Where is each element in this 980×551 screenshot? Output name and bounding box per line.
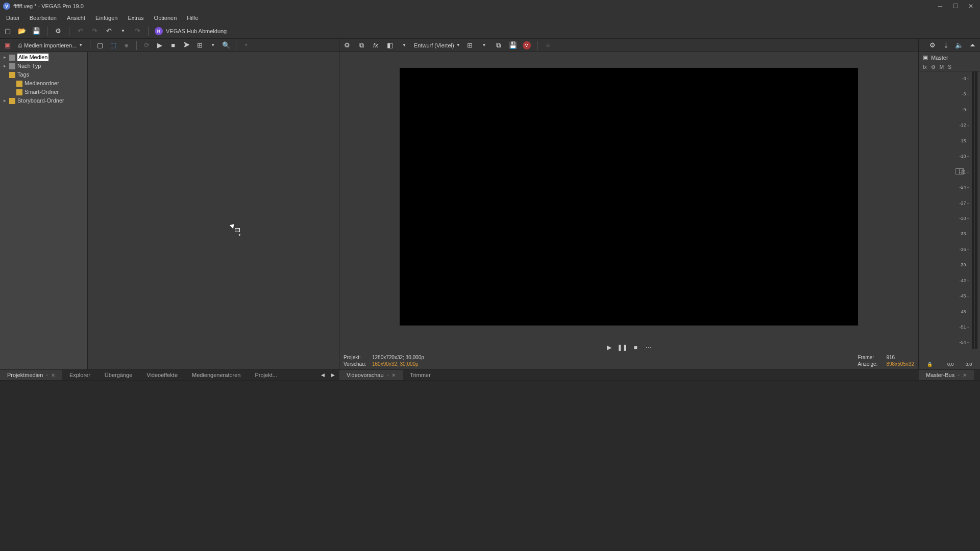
close-tab-icon[interactable]: ✕ [51,372,55,378]
tree-item-tags[interactable]: Tags [0,70,87,79]
preview-props-icon[interactable]: ⚙ [342,41,352,50]
auto-preview-icon[interactable]: ⮞ [182,41,191,50]
vegas-hub-button[interactable]: H VEGAS Hub Abmeldung [155,27,227,35]
tab-projekt-[interactable]: Projekt... [248,370,284,380]
capture-icon[interactable]: ▢ [95,41,105,50]
open-icon[interactable]: 📂 [17,27,27,36]
tree-item-nach-typ[interactable]: ▸Nach Typ [0,62,87,70]
play-media-icon[interactable]: ▶ [155,41,164,50]
tab-videoeffekte[interactable]: Videoeffekte [139,370,185,380]
close-tab-icon[interactable]: ✕ [963,372,967,378]
menu-extras[interactable]: Extras [122,13,149,23]
save-icon[interactable]: 💾 [32,27,41,36]
refresh-icon[interactable]: ⟳ [142,41,151,50]
tree-item-storyboard-ordner[interactable]: ▸Storyboard-Ordner [0,96,87,105]
copy-snapshot-icon[interactable]: ⧉ [494,41,503,50]
video-preview-panel: ⚙ ⧉ fx ◧ ▼ Entwurf (Viertel) ▼ ⊞ ▼ ⧉ 💾 V… [339,39,919,369]
tab--berg-nge[interactable]: Übergänge [97,370,139,380]
menubar: DateiBearbeitenAnsichtEinfügenExtrasOpti… [0,12,980,23]
overlays-icon[interactable]: ⊞ [465,41,475,50]
search-icon[interactable]: 🔍 [222,41,231,50]
tab-master-bus[interactable]: Master-Bus▫✕ [919,370,974,380]
dock-tabs: Projektmedien▫✕ExplorerÜbergängeVideoeff… [0,369,980,551]
menu-bearbeiten[interactable]: Bearbeiten [24,13,62,23]
menu-optionen[interactable]: Optionen [149,13,182,23]
video-scopes-icon[interactable]: V [523,41,531,49]
media-bin-area[interactable]: + [88,52,339,369]
expand-icon[interactable]: ▸ [2,54,7,61]
folder-icon [9,98,15,104]
minimize-button[interactable]: ─ [937,3,943,9]
hub-label: VEGAS Hub Abmeldung [166,28,227,34]
info-projekt-value: 1280x720x32; 30,000p [372,354,424,361]
close-tab-icon[interactable]: ✕ [391,372,396,378]
faders-icon[interactable]: ⏶ [968,41,977,50]
view-dropdown-icon[interactable]: ▼ [208,41,217,50]
tab-label: Projekt... [255,372,277,378]
tab-explorer[interactable]: Explorer [62,370,97,380]
new-project-icon[interactable]: ▢ [3,27,12,36]
info-vorschau-value: 160x90x32; 30,000p [372,361,419,367]
overlays-dropdown-icon[interactable]: ▼ [480,41,489,50]
preview-viewport[interactable] [339,52,918,341]
expand-icon[interactable]: ▸ [2,62,7,70]
preview-play-icon[interactable]: ▶ [605,343,613,352]
save-snapshot-icon[interactable]: 💾 [508,41,518,50]
preview-info: Projekt:1280x720x32; 30,000p Vorschau:16… [339,354,918,369]
preview-more-icon[interactable]: ⋯ [645,343,653,352]
meter-right-value: 0,0 [966,362,972,367]
tree-item-alle-medien[interactable]: ▸Alle Medien [0,53,87,62]
menu-datei[interactable]: Datei [1,13,24,23]
dim-icon[interactable]: 🔈 [954,41,964,50]
preview-pause-icon[interactable]: ❚❚ [618,343,626,352]
undock-icon[interactable]: ▫ [387,372,389,378]
tree-item-smart-ordner[interactable]: Smart-Ordner [0,88,87,96]
tab-scroll-left-icon[interactable]: ◀ [318,370,327,380]
remove-media-icon[interactable]: ▣ [3,41,12,50]
adjust-icon[interactable]: ≡ [544,41,553,50]
tab-scroll-right-icon[interactable]: ▶ [328,370,337,380]
expand-icon[interactable]: ▸ [2,97,7,105]
maximize-button[interactable]: ☐ [952,3,959,9]
menu-ansicht[interactable]: Ansicht [62,13,90,23]
tab-projektmedien[interactable]: Projektmedien▫✕ [0,370,62,380]
tree-label: Storyboard-Ordner [17,97,64,105]
import-media-button[interactable]: ⎙ Medien importieren... ▼ [16,41,85,49]
media-fx-icon[interactable]: ⟐ [122,41,131,50]
split-dropdown-icon[interactable]: ▼ [400,41,409,50]
mixer-settings-icon[interactable]: ⚙ [928,41,937,50]
preview-stop-icon[interactable]: ■ [631,343,640,352]
video-fx-icon[interactable]: fx [371,41,380,50]
preview-quality-dropdown[interactable]: Entwurf (Viertel) ▼ [414,42,460,48]
properties-icon[interactable]: ⚙ [54,27,63,36]
master-fx-button[interactable]: fx [923,64,927,70]
master-s-button[interactable]: S [948,64,951,70]
redo-icon[interactable]: ↷ [133,27,142,36]
split-screen-icon[interactable]: ◧ [385,41,395,50]
get-media-icon[interactable]: ⬚ [109,41,118,50]
lock-icon[interactable]: 🔒 [927,362,936,367]
tree-label: Tags [17,71,29,79]
master-⚙-button[interactable]: ⚙ [931,64,936,70]
menu-hilfe[interactable]: Hilfe [182,13,203,23]
preview-external-icon[interactable]: ⧉ [357,41,366,50]
stop-media-icon[interactable]: ■ [168,41,178,50]
undo-icon[interactable]: ↶ [104,27,113,36]
menu-einfügen[interactable]: Einfügen [90,13,122,23]
tab-videovorschau[interactable]: Videovorschau▫✕ [339,370,403,380]
tree-label: Smart-Ordner [24,88,59,96]
options-dropdown-icon[interactable]: ▼ [241,41,251,50]
tab-label: Explorer [69,372,90,378]
downmix-icon[interactable]: ⤓ [941,41,950,50]
undock-icon[interactable]: ▫ [958,372,960,378]
undo-dropdown-icon[interactable]: ▼ [118,27,128,36]
undock-icon[interactable]: ▫ [46,372,48,378]
master-m-button[interactable]: M [940,64,944,70]
tab-mediengeneratoren[interactable]: Mediengeneratoren [185,370,248,380]
close-button[interactable]: ✕ [968,3,974,9]
info-vorschau-label: Vorschau: [344,361,369,367]
tree-item-medienordner[interactable]: Medienordner [0,79,87,88]
tab-trimmer[interactable]: Trimmer [403,370,438,380]
view-icon[interactable]: ⊞ [195,41,204,50]
undo-disabled-icon: ↶ [76,27,85,36]
